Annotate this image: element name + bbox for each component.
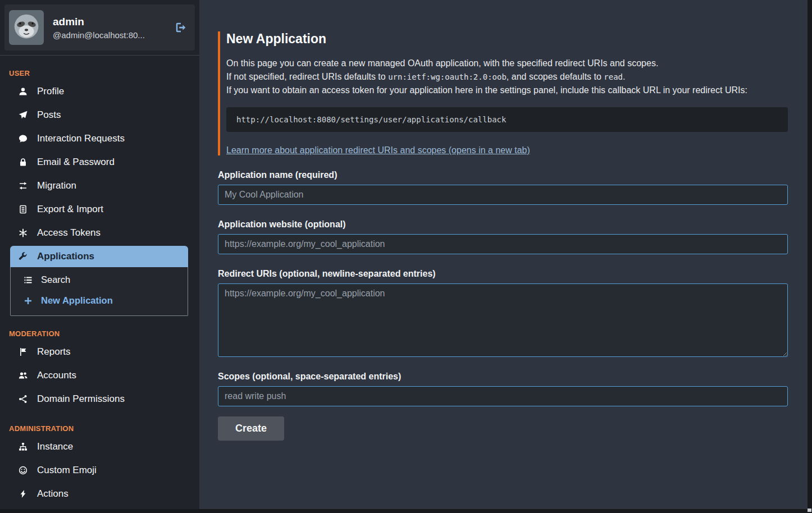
sidebar-item-profile[interactable]: Profile: [0, 80, 199, 103]
callback-url-code-block: http://localhost:8080/settings/user/appl…: [226, 107, 788, 132]
sidebar: admin @admin@localhost:80... USER Prof: [0, 0, 199, 509]
sidebar-item-actions[interactable]: Actions: [0, 482, 199, 506]
applications-group: Applications Search New Application: [10, 246, 188, 316]
section-label-moderation: MODERATION: [0, 329, 199, 338]
settings-page: admin @admin@localhost:80... USER Prof: [0, 0, 812, 509]
page-title: New Application: [226, 31, 788, 47]
sidebar-item-label: Reports: [37, 346, 71, 358]
sidebar-item-label: Email & Password: [37, 157, 115, 168]
sidebar-header: admin @admin@localhost:80...: [0, 0, 199, 56]
sidebar-item-applications[interactable]: Applications: [10, 246, 188, 267]
sidebar-item-instance[interactable]: Instance: [0, 435, 199, 459]
sidebar-item-label: Search: [41, 274, 70, 285]
sidebar-item-export-import[interactable]: Export & Import: [0, 198, 199, 221]
sidebar-item-label: Accounts: [37, 370, 76, 381]
oob-code: urn:ietf:wg:oauth:2.0:oob: [388, 72, 507, 81]
users-icon: [18, 371, 28, 380]
sidebar-item-applications-search[interactable]: Search: [11, 269, 188, 290]
redirect-uris-label: Redirect URIs (optional, newline-separat…: [218, 269, 788, 279]
user-card: admin @admin@localhost:80...: [4, 4, 195, 51]
scrollbar-corner: [808, 509, 811, 512]
intro-line-1: On this page you can create a new manage…: [226, 57, 788, 70]
transfer-arrows-icon: [18, 181, 28, 190]
read-code: read: [604, 72, 623, 81]
sidebar-item-label: Instance: [37, 441, 73, 452]
intro-line-2: If not specified, redirect URIs defaults…: [226, 70, 788, 84]
create-button[interactable]: Create: [218, 416, 284, 441]
section-label-user: USER: [0, 69, 199, 77]
smiley-icon: [18, 466, 28, 475]
scopes-label: Scopes (optional, space-separated entrie…: [218, 372, 788, 382]
application-website-label: Application website (optional): [218, 219, 788, 230]
sidebar-item-email-password[interactable]: Email & Password: [0, 150, 199, 174]
sidebar-item-label: Access Tokens: [37, 227, 101, 239]
sidebar-item-label: New Application: [41, 295, 113, 306]
sidebar-item-accounts[interactable]: Accounts: [0, 364, 199, 387]
user-meta: admin @admin@localhost:80...: [53, 16, 145, 40]
list-icon: [23, 276, 33, 285]
plus-icon: [23, 296, 33, 305]
logout-icon[interactable]: [175, 21, 187, 34]
sidebar-item-label: Profile: [37, 86, 64, 97]
sidebar-item-label: Applications: [37, 251, 94, 262]
sidebar-nav: USER Profile Posts Interaction Requests: [0, 69, 199, 506]
intro-line-3: If you want to obtain an access token fo…: [226, 84, 788, 97]
wrench-icon: [18, 252, 28, 261]
sidebar-item-label: Export & Import: [37, 204, 103, 215]
sitemap-icon: [18, 442, 28, 451]
sidebar-item-label: Migration: [37, 180, 76, 191]
section-label-administration: ADMINISTRATION: [0, 424, 199, 433]
sidebar-item-label: Domain Permissions: [37, 393, 125, 405]
sidebar-item-label: Actions: [37, 488, 69, 500]
bolt-icon: [18, 489, 28, 498]
avatar: [9, 10, 44, 45]
application-name-label: Application name (required): [218, 170, 788, 180]
sidebar-item-applications-new[interactable]: New Application: [11, 290, 188, 311]
new-application-intro: New Application On this page you can cre…: [218, 31, 788, 155]
lock-icon: [18, 158, 28, 167]
sidebar-item-label: Custom Emoji: [37, 465, 97, 476]
learn-more-link[interactable]: Learn more about application redirect UR…: [226, 145, 530, 155]
sidebar-item-access-tokens[interactable]: Access Tokens: [0, 221, 199, 245]
sidebar-item-label: Interaction Requests: [37, 133, 125, 144]
user-handle: @admin@localhost:80...: [53, 30, 145, 40]
user-icon: [18, 87, 28, 96]
sidebar-item-label: Posts: [37, 109, 61, 121]
sidebar-item-domain-permissions[interactable]: Domain Permissions: [0, 387, 199, 411]
document-icon: [18, 205, 28, 214]
sidebar-item-custom-emoji[interactable]: Custom Emoji: [0, 459, 199, 482]
scopes-input[interactable]: [218, 386, 788, 406]
asterisk-icon: [18, 228, 28, 237]
sidebar-item-posts[interactable]: Posts: [0, 103, 199, 127]
redirect-uris-textarea[interactable]: [218, 283, 788, 357]
speech-bubble-icon: [18, 134, 28, 143]
user-name: admin: [53, 16, 145, 28]
sidebar-item-reports[interactable]: Reports: [0, 340, 199, 364]
share-nodes-icon: [18, 395, 28, 404]
sidebar-item-interaction-requests[interactable]: Interaction Requests: [0, 127, 199, 150]
new-application-form: Application name (required) Application …: [218, 170, 788, 441]
application-name-input[interactable]: [218, 185, 788, 205]
main-content: New Application On this page you can cre…: [199, 0, 808, 509]
sidebar-item-migration[interactable]: Migration: [0, 174, 199, 198]
flag-icon: [18, 347, 28, 356]
applications-submenu: Search New Application: [10, 267, 188, 316]
application-website-input[interactable]: [218, 234, 788, 254]
paper-plane-icon: [18, 111, 28, 120]
